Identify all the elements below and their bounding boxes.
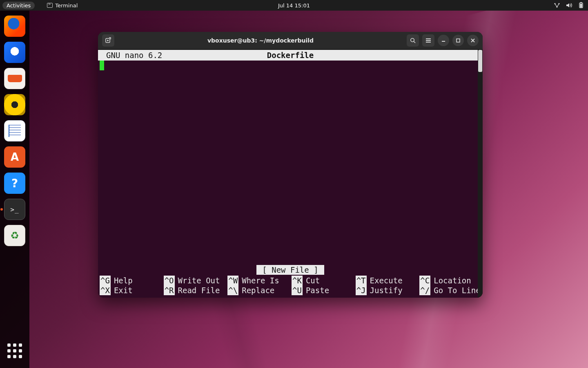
network-icon	[554, 2, 560, 8]
active-app-indicator[interactable]: Terminal	[47, 2, 78, 9]
nano-shortcut-key: ^/	[419, 285, 430, 295]
terminal-titlebar[interactable]: vboxuser@ub3: ~/mydockerbuild	[98, 32, 483, 49]
nano-shortcut: ^TExecute	[356, 276, 417, 285]
dock-help[interactable]	[4, 173, 25, 194]
nano-shortcut: ^KCut	[292, 276, 353, 285]
dock-thunderbird[interactable]	[4, 42, 25, 63]
nano-shortcut-key: ^W	[227, 276, 238, 285]
svg-rect-8	[457, 39, 460, 42]
show-applications-button[interactable]	[4, 340, 25, 361]
nano-shortcut: ^\Replace	[227, 285, 289, 295]
system-status-area[interactable]	[554, 0, 584, 11]
active-app-name: Terminal	[55, 2, 78, 9]
nano-shortcut: ^RRead File	[164, 285, 225, 295]
nano-shortcut: ^CLocation	[419, 276, 481, 285]
window-close-button[interactable]	[467, 35, 479, 46]
window-maximize-button[interactable]	[452, 35, 464, 46]
nano-shortcut-label: Write Out	[178, 276, 220, 285]
nano-shortcut: ^WWhere Is	[227, 276, 289, 285]
nano-shortcut-key: ^U	[292, 285, 303, 295]
nano-shortcut-label: Exit	[114, 285, 133, 295]
svg-point-7	[411, 38, 414, 42]
nano-header: GNU nano 6.2 Dockerfile	[98, 50, 483, 61]
nano-file-name: Dockerfile	[267, 50, 314, 60]
nano-shortcut: ^OWrite Out	[164, 276, 225, 285]
nano-shortcut-key: ^X	[100, 285, 111, 295]
nano-shortcut-key: ^\	[227, 285, 238, 295]
nano-shortcut-key: ^C	[419, 276, 430, 285]
nano-shortcut-key: ^T	[356, 276, 367, 285]
nano-shortcut: ^GHelp	[100, 276, 161, 285]
gnome-top-panel: Activities Terminal Jul 14 15:01	[0, 0, 588, 11]
dock-terminal[interactable]	[4, 199, 25, 220]
window-title: vboxuser@ub3: ~/mydockerbuild	[118, 37, 403, 44]
volume-icon	[566, 2, 572, 8]
nano-shortcut: ^JJustify	[356, 285, 417, 295]
nano-shortcut: ^XExit	[100, 285, 161, 295]
nano-editor-name: GNU nano 6.2	[106, 50, 162, 60]
battery-icon	[578, 2, 584, 9]
nano-shortcut-label: Go To Line	[434, 285, 480, 295]
nano-shortcut-label: Justify	[370, 285, 403, 295]
nano-shortcut-label: Paste	[306, 285, 329, 295]
panel-clock[interactable]: Jul 14 15:01	[278, 2, 310, 9]
nano-status-bar: [ New File ]	[256, 265, 324, 275]
nano-shortcut-key: ^G	[100, 276, 111, 285]
window-minimize-button[interactable]	[438, 35, 449, 46]
text-cursor	[100, 61, 104, 70]
nano-shortcut-label: Location	[434, 276, 471, 285]
dock-libreoffice-writer[interactable]	[4, 120, 25, 141]
dock-files[interactable]	[4, 68, 25, 89]
terminal-scrollbar[interactable]	[478, 50, 483, 298]
nano-shortcut-label: Execute	[370, 276, 403, 285]
nano-shortcut-key: ^R	[164, 285, 175, 295]
nano-shortcut-label: Replace	[242, 285, 274, 295]
nano-shortcut-label: Read File	[178, 285, 220, 295]
nano-shortcut-label: Where Is	[242, 276, 279, 285]
dock-trash[interactable]	[4, 225, 25, 246]
maximize-icon	[456, 38, 461, 43]
hamburger-icon	[425, 37, 432, 44]
nano-shortcut: ^/Go To Line	[419, 285, 481, 295]
dock	[0, 11, 29, 368]
hamburger-menu-button[interactable]	[422, 34, 434, 47]
nano-shortcut: ^UPaste	[292, 285, 353, 295]
nano-shortcut-key: ^K	[292, 276, 303, 285]
minimize-icon	[441, 38, 446, 43]
new-tab-button[interactable]	[102, 34, 114, 47]
dock-ubuntu-software[interactable]	[4, 146, 25, 168]
activities-button[interactable]: Activities	[2, 2, 35, 9]
search-icon	[410, 37, 416, 44]
close-icon	[470, 38, 475, 43]
terminal-window: vboxuser@ub3: ~/mydockerbuild	[98, 32, 483, 298]
nano-shortcut-label: Help	[114, 276, 133, 285]
svg-rect-5	[580, 4, 582, 7]
svg-rect-4	[581, 2, 582, 3]
nano-shortcut-key: ^J	[356, 285, 367, 295]
dock-firefox[interactable]	[4, 16, 25, 37]
terminal-icon	[47, 3, 53, 8]
nano-shortcut-bar: ^GHelp^XExit^OWrite Out^RRead File^WWher…	[98, 275, 483, 298]
nano-shortcut-key: ^O	[164, 276, 175, 285]
search-button[interactable]	[407, 34, 419, 47]
terminal-body[interactable]: GNU nano 6.2 Dockerfile [ New File ] ^GH…	[98, 49, 483, 298]
nano-editor-area[interactable]	[98, 61, 483, 265]
dock-rhythmbox[interactable]	[4, 94, 25, 115]
nano-shortcut-label: Cut	[306, 276, 320, 285]
